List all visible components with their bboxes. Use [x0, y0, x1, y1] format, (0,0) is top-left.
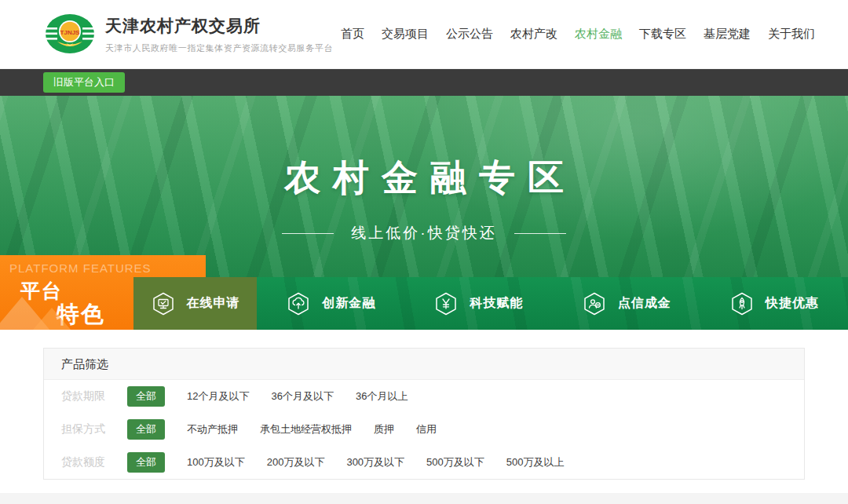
nav-downloads[interactable]: 下载专区 — [639, 27, 686, 42]
filter-label: 贷款期限 — [61, 389, 119, 404]
site-logo-icon: TJNJS — [44, 10, 96, 59]
filter-option[interactable]: 承包土地经营权抵押 — [260, 422, 352, 436]
main-nav: 首页 交易项目 公示公告 农村产改 农村金融 下载专区 基层党建 关于我们 — [341, 27, 815, 42]
platform-features-eyebrow: PLATFORM FEATURES — [9, 261, 152, 275]
filter-option[interactable]: 200万及以下 — [267, 455, 325, 469]
nav-rural-reform[interactable]: 农村产改 — [510, 27, 557, 42]
site-subtitle: 天津市人民政府唯一指定集体资产资源流转交易服务平台 — [105, 42, 333, 54]
feature-label: 快捷优惠 — [766, 295, 819, 312]
filter-card-title: 产品筛选 — [44, 349, 804, 380]
filter-row-loan-amount: 贷款额度 全部 100万及以下 200万及以下 300万及以下 500万及以下 … — [44, 446, 804, 479]
filter-row-guarantee-type: 担保方式 全部 不动产抵押 承包土地经营权抵押 质押 信用 — [44, 413, 804, 446]
hero-banner: 农村金融专区 线上低价·快贷快还 PLATFORM FEATURES 平台 特色… — [0, 96, 848, 330]
filter-option[interactable]: 500万及以下 — [426, 455, 484, 469]
old-platform-entry-button[interactable]: 旧版平台入口 — [43, 72, 125, 93]
decor-line-left — [282, 233, 334, 234]
filter-option[interactable]: 300万及以下 — [346, 455, 404, 469]
filter-all-button[interactable]: 全部 — [127, 419, 165, 440]
feature-credit-gold[interactable]: 点信成金 — [553, 277, 700, 330]
yen-icon — [433, 291, 459, 316]
footer-strip — [0, 493, 848, 504]
nav-rural-finance[interactable]: 农村金融 — [575, 27, 622, 42]
filter-option[interactable]: 500万及以上 — [506, 455, 565, 469]
cloud-upload-icon — [286, 291, 311, 316]
feature-label: 创新金融 — [322, 295, 375, 312]
rocket-icon — [729, 291, 755, 316]
filter-row-loan-term: 贷款期限 全部 12个月及以下 36个月及以下 36个月以上 — [44, 380, 804, 413]
feature-online-apply[interactable]: 在线申请 — [133, 277, 257, 330]
hero-title: 农村金融专区 — [0, 154, 848, 203]
filter-option[interactable]: 信用 — [416, 422, 437, 436]
nav-about-us[interactable]: 关于我们 — [768, 27, 815, 42]
feature-quick-discount[interactable]: 快捷优惠 — [700, 277, 848, 330]
feature-label: 科技赋能 — [470, 295, 523, 312]
feature-label: 在线申请 — [187, 295, 240, 312]
product-filter-card: 产品筛选 贷款期限 全部 12个月及以下 36个月及以下 36个月以上 担保方式… — [43, 348, 805, 480]
nav-trade-projects[interactable]: 交易项目 — [382, 27, 429, 42]
mountain-decor-icon — [24, 308, 80, 330]
decor-line-right — [514, 233, 566, 234]
filter-option[interactable]: 不动产抵押 — [187, 422, 238, 436]
nav-home[interactable]: 首页 — [341, 27, 364, 42]
features-bar: 在线申请 创新金融 科技赋能 点信成金 — [133, 277, 848, 330]
filter-option[interactable]: 100万及以下 — [187, 455, 245, 469]
top-dark-bar: 旧版平台入口 — [0, 69, 848, 96]
brand[interactable]: TJNJS 天津农村产权交易所 天津市人民政府唯一指定集体资产资源流转交易服务平… — [44, 10, 333, 59]
filter-label: 担保方式 — [61, 422, 119, 436]
filter-option[interactable]: 36个月以上 — [356, 389, 408, 404]
person-coin-icon — [582, 291, 607, 316]
feature-innovation-finance[interactable]: 创新金融 — [257, 277, 404, 330]
filter-label: 贷款额度 — [61, 455, 119, 469]
logo-text: TJNJS — [60, 28, 81, 35]
header: TJNJS 天津农村产权交易所 天津市人民政府唯一指定集体资产资源流转交易服务平… — [0, 0, 848, 69]
feature-tech-empower[interactable]: 科技赋能 — [404, 277, 552, 330]
filter-option[interactable]: 36个月及以下 — [271, 389, 333, 404]
filter-option[interactable]: 12个月及以下 — [187, 389, 249, 404]
site-title: 天津农村产权交易所 — [105, 15, 333, 37]
filter-option[interactable]: 质押 — [374, 422, 394, 436]
nav-party-building[interactable]: 基层党建 — [704, 27, 751, 42]
filter-all-button[interactable]: 全部 — [127, 452, 165, 473]
feature-label: 点信成金 — [618, 295, 671, 312]
nav-public-notice[interactable]: 公示公告 — [446, 27, 493, 42]
hero-subtitle: 线上低价·快贷快还 — [351, 223, 496, 243]
monitor-check-icon — [151, 291, 176, 316]
filter-all-button[interactable]: 全部 — [127, 386, 165, 407]
